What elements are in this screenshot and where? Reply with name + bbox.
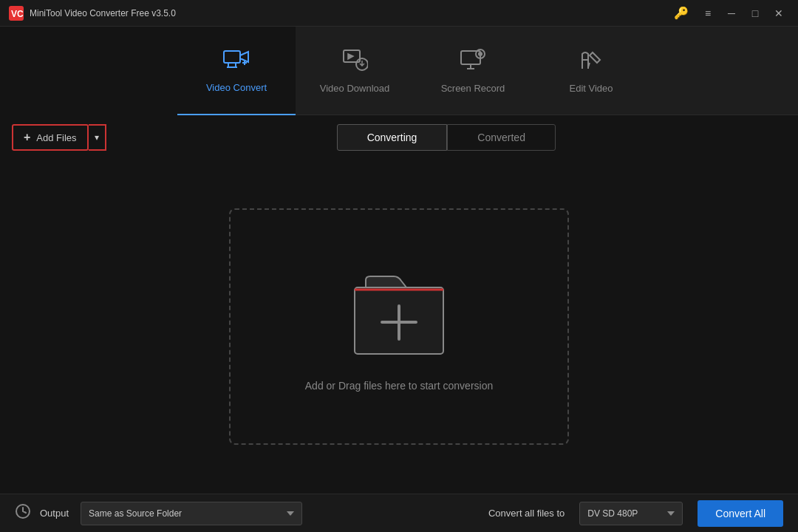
format-select[interactable]: DV SD 480P [579,502,683,525]
screen-record-icon [460,48,486,77]
svg-point-7 [478,52,482,56]
dropdown-arrow-icon: ▾ [95,132,99,143]
output-path-select[interactable]: Same as Source Folder [81,502,302,525]
sub-tab-converted[interactable]: Converted [447,124,556,151]
tab-video-download-label: Video Download [320,83,389,94]
add-files-button[interactable]: + Add Files [12,124,89,151]
tab-video-convert-label: Video Convert [206,82,267,93]
tab-video-download[interactable]: Video Download [296,27,414,115]
svg-text:VC: VC [11,9,24,19]
convert-all-to-label: Convert all files to [488,508,565,519]
convert-all-button[interactable]: Convert All [698,500,783,527]
close-button[interactable]: ✕ [768,3,789,24]
restore-button[interactable]: □ [745,3,765,24]
content-area: + Add Files ▾ Converting Converted [0,115,798,494]
nav-tabs: Video Convert Video Download Screen Reco… [0,27,798,115]
drop-zone[interactable]: Add or Drag files here to start conversi… [229,208,569,445]
window-controls: 🔑 ≡ ─ □ ✕ [674,3,789,24]
tab-edit-video-label: Edit Video [569,83,613,94]
sub-tab-group: Converting Converted [337,124,556,151]
tab-screen-record[interactable]: Screen Record [414,27,532,115]
hamburger-button[interactable]: ≡ [698,3,718,24]
app-logo-icon: VC [9,6,24,21]
sub-tab-converting[interactable]: Converting [337,124,448,151]
title-left: VC MiniTool Video Converter Free v3.5.0 [9,6,176,21]
add-files-plus-icon: + [24,131,30,144]
svg-rect-2 [224,51,240,63]
nav-left-space [0,27,177,115]
drop-zone-container: Add or Drag files here to start conversi… [0,160,798,494]
add-files-dropdown-button[interactable]: ▾ [89,124,106,151]
title-bar: VC MiniTool Video Converter Free v3.5.0 … [0,0,798,27]
sub-tabs-bar: + Add Files ▾ Converting Converted [0,115,798,160]
tab-edit-video[interactable]: Edit Video [532,27,650,115]
bottom-bar: Output Same as Source Folder Convert all… [0,494,798,532]
drop-zone-text: Add or Drag files here to start conversi… [305,380,493,392]
key-icon: 🔑 [674,6,689,20]
minimize-button[interactable]: ─ [721,3,742,24]
tab-video-convert[interactable]: Video Convert [177,27,296,115]
video-download-icon [341,48,368,77]
app-title: MiniTool Video Converter Free v3.5.0 [30,8,176,18]
output-label: Output [40,508,69,519]
folder-icon [336,262,462,365]
edit-video-icon [578,48,604,77]
video-convert-icon [223,47,250,76]
add-files-label: Add Files [36,132,76,143]
tab-screen-record-label: Screen Record [441,83,505,94]
output-clock-icon [15,503,31,523]
